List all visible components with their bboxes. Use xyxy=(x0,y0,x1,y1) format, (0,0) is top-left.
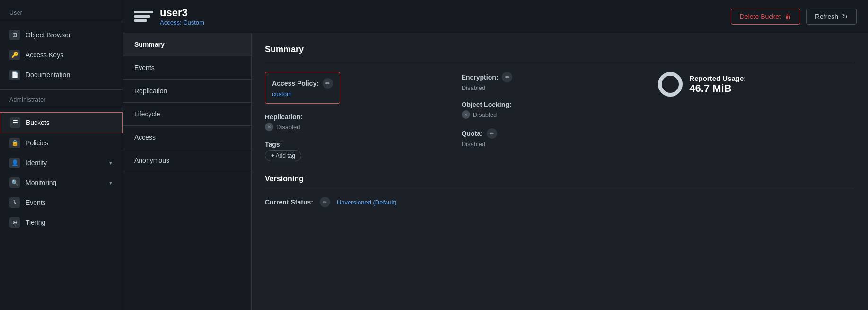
sidebar-item-buckets[interactable]: ☰ Buckets xyxy=(0,112,123,133)
refresh-icon: ↻ xyxy=(842,13,848,20)
usage-text: Reported Usage: 46.7 MiB xyxy=(689,74,746,95)
quota-value: Disabled xyxy=(462,141,658,148)
main-content: user3 Access: Custom Delete Bucket 🗑 Ref… xyxy=(123,0,868,310)
sidebar-item-identity[interactable]: 👤 Identity ▼ xyxy=(0,153,123,173)
left-nav: Summary Events Replication Lifecycle Acc… xyxy=(123,33,252,310)
header-left: user3 Access: Custom xyxy=(134,7,204,26)
encryption-field: Encryption: ✏ Disabled xyxy=(462,72,658,91)
access-keys-icon: 🔑 xyxy=(9,50,20,60)
usage-pie-chart xyxy=(658,72,683,97)
content-area: Summary Events Replication Lifecycle Acc… xyxy=(123,33,868,310)
sidebar-item-monitoring[interactable]: 🔍 Monitoring ▼ xyxy=(0,173,123,193)
reported-usage-value: 46.7 MiB xyxy=(689,82,746,95)
summary-col-3: Reported Usage: 46.7 MiB xyxy=(658,72,855,161)
sidebar-item-label: Tiering xyxy=(26,219,45,226)
sidebar-item-object-browser[interactable]: ⊞ Object Browser xyxy=(0,25,123,45)
monitoring-icon: 🔍 xyxy=(9,177,20,188)
svg-point-2 xyxy=(664,78,677,91)
summary-col-1: Access Policy: ✏ custom Replication: ✕ xyxy=(265,72,462,161)
sidebar-item-access-keys[interactable]: 🔑 Access Keys xyxy=(0,45,123,65)
policies-icon: 🔒 xyxy=(9,138,20,148)
versioning-section: Versioning Current Status: ✏ Unversioned… xyxy=(265,175,855,207)
current-status-label: Current Status: xyxy=(265,198,313,206)
object-locking-disabled-icon: ✕ xyxy=(462,110,470,119)
panel-title: Summary xyxy=(265,44,855,54)
summary-panel: Summary Access Policy: ✏ custom xyxy=(252,33,868,310)
object-locking-field: Object Locking: ✕ Disabled xyxy=(462,101,658,119)
quota-field: Quota: ✏ Disabled xyxy=(462,128,658,148)
access-policy-edit-icon[interactable]: ✏ xyxy=(323,78,333,89)
buckets-icon: ☰ xyxy=(10,117,20,128)
page-header: user3 Access: Custom Delete Bucket 🗑 Ref… xyxy=(123,0,868,33)
replication-label: Replication: xyxy=(265,113,462,121)
add-tag-label: + Add tag xyxy=(271,152,295,159)
delete-icon: 🗑 xyxy=(785,13,791,20)
sidebar-item-label: Policies xyxy=(26,139,48,147)
add-tag-button[interactable]: + Add tag xyxy=(265,150,301,161)
left-nav-access[interactable]: Access xyxy=(123,126,251,149)
access-policy-value[interactable]: custom xyxy=(272,90,333,97)
documentation-icon: 📄 xyxy=(9,70,20,80)
chevron-down-icon: ▼ xyxy=(108,180,113,186)
encryption-edit-icon[interactable]: ✏ xyxy=(502,72,512,82)
refresh-label: Refresh xyxy=(815,13,838,20)
bucket-access-subtitle: Access: Custom xyxy=(160,19,204,26)
sidebar-item-documentation[interactable]: 📄 Documentation xyxy=(0,65,123,85)
replication-status: ✕ Disabled xyxy=(265,123,462,131)
sidebar-item-policies[interactable]: 🔒 Policies xyxy=(0,133,123,153)
encryption-value: Disabled xyxy=(462,84,658,91)
header-actions: Delete Bucket 🗑 Refresh ↻ xyxy=(731,9,857,25)
versioning-row: Current Status: ✏ Unversioned (Default) xyxy=(265,197,855,207)
access-policy-box: Access Policy: ✏ custom xyxy=(265,72,340,104)
left-nav-summary[interactable]: Summary xyxy=(123,33,251,56)
reported-usage-label: Reported Usage: xyxy=(689,74,746,82)
bucket-icon xyxy=(134,8,153,25)
identity-icon: 👤 xyxy=(9,158,20,168)
current-status-value: Unversioned (Default) xyxy=(337,199,396,206)
sidebar-item-events[interactable]: λ Events xyxy=(0,193,123,213)
sidebar: User ⊞ Object Browser 🔑 Access Keys 📄 Do… xyxy=(0,0,123,310)
bucket-name: user3 xyxy=(160,7,204,19)
object-locking-status: ✕ Disabled xyxy=(462,110,658,119)
sidebar-item-tiering[interactable]: ⊕ Tiering xyxy=(0,213,123,232)
access-policy-label: Access Policy: ✏ xyxy=(272,78,333,89)
delete-bucket-button[interactable]: Delete Bucket 🗑 xyxy=(731,9,800,25)
reported-usage: Reported Usage: 46.7 MiB xyxy=(658,72,855,97)
sidebar-item-label: Access Keys xyxy=(26,51,63,59)
object-browser-icon: ⊞ xyxy=(9,30,20,40)
admin-section-label: Administrator xyxy=(0,93,123,106)
versioning-title: Versioning xyxy=(265,175,855,183)
sidebar-item-label: Events xyxy=(26,199,46,206)
tiering-icon: ⊕ xyxy=(9,217,20,228)
replication-field: Replication: ✕ Disabled xyxy=(265,113,462,131)
summary-grid: Access Policy: ✏ custom Replication: ✕ xyxy=(265,72,855,161)
summary-col-2: Encryption: ✏ Disabled Object Locking: ✕… xyxy=(462,72,658,161)
replication-disabled-icon: ✕ xyxy=(265,123,273,131)
events-icon: λ xyxy=(9,197,20,208)
tags-field: Tags: + Add tag xyxy=(265,141,462,161)
left-nav-replication[interactable]: Replication xyxy=(123,80,251,103)
quota-label: Quota: ✏ xyxy=(462,128,658,139)
sidebar-item-label: Buckets xyxy=(26,119,50,126)
versioning-edit-icon[interactable]: ✏ xyxy=(320,197,330,207)
quota-edit-icon[interactable]: ✏ xyxy=(487,128,497,139)
replication-value: Disabled xyxy=(276,124,300,131)
left-nav-events[interactable]: Events xyxy=(123,56,251,80)
left-nav-anonymous[interactable]: Anonymous xyxy=(123,149,251,172)
sidebar-item-label: Monitoring xyxy=(26,179,56,186)
user-section-label: User xyxy=(0,6,123,19)
object-locking-label: Object Locking: xyxy=(462,101,658,108)
sidebar-item-label: Documentation xyxy=(26,71,70,79)
refresh-button[interactable]: Refresh ↻ xyxy=(806,9,857,25)
chevron-down-icon: ▼ xyxy=(108,160,113,166)
sidebar-item-label: Object Browser xyxy=(26,31,71,39)
sidebar-item-label: Identity xyxy=(26,159,47,167)
tags-label: Tags: xyxy=(265,141,462,148)
access-policy-field: Access Policy: ✏ custom xyxy=(265,72,462,104)
delete-bucket-label: Delete Bucket xyxy=(740,13,781,20)
encryption-label: Encryption: ✏ xyxy=(462,72,658,82)
left-nav-lifecycle[interactable]: Lifecycle xyxy=(123,103,251,126)
object-locking-value: Disabled xyxy=(473,111,497,118)
